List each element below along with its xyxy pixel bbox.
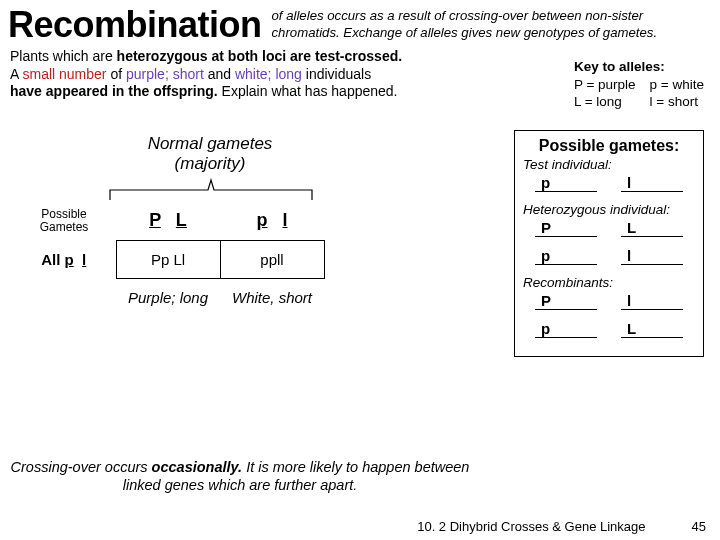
col-head: P L (116, 202, 220, 240)
allele: L (621, 320, 683, 338)
gbox-sub-rec: Recombinants: (523, 275, 695, 290)
col-head: p l (220, 202, 324, 240)
key-item: P = purple (574, 76, 636, 94)
phenotype-label: Purple; long (116, 278, 220, 316)
bracket-icon (108, 178, 314, 202)
genotype-cell: ppll (220, 240, 324, 278)
key-item: l = short (650, 93, 704, 111)
allele: p (535, 174, 597, 192)
row-head: All p l (12, 240, 116, 278)
row-label: Possible Gametes (12, 202, 116, 240)
punnett-table: Possible Gametes P L p l All p l Pp Ll p… (12, 202, 325, 316)
footer: 10. 2 Dihybrid Crosses & Gene Linkage 45 (417, 519, 706, 534)
allele: P (535, 219, 597, 237)
key-item: L = long (574, 93, 636, 111)
page-number: 45 (692, 519, 706, 534)
allele: l (621, 247, 683, 265)
phenotype-label: White, short (220, 278, 324, 316)
gbox-sub-het: Heterozygous individual: (523, 202, 695, 217)
allele: p (535, 247, 597, 265)
allele: P (535, 292, 597, 310)
key-title: Key to alleles: (574, 58, 704, 76)
title-row: Recombination of alleles occurs as a res… (0, 0, 720, 46)
intro-text: Plants which are heterozygous at both lo… (0, 46, 420, 101)
allele: l (621, 292, 683, 310)
gbox-sub-test: Test individual: (523, 157, 695, 172)
crossing-over-note: Crossing-over occurs occasionally. It is… (0, 458, 480, 494)
page-title: Recombination (8, 4, 262, 46)
key-item: p = white (650, 76, 704, 94)
allele: L (621, 219, 683, 237)
possible-gametes-box: Possible gametes: Test individual: pl He… (514, 130, 704, 357)
footer-source: 10. 2 Dihybrid Crosses & Gene Linkage (417, 519, 645, 534)
allele: l (621, 174, 683, 192)
gbox-title: Possible gametes: (523, 137, 695, 155)
genotype-cell: Pp Ll (116, 240, 220, 278)
title-description: of alleles occurs as a result of crossin… (272, 4, 712, 41)
allele-key: Key to alleles: P = purple p = white L =… (574, 58, 704, 111)
allele: p (535, 320, 597, 338)
normal-gametes-heading: Normal gametes(majority) (100, 134, 320, 174)
